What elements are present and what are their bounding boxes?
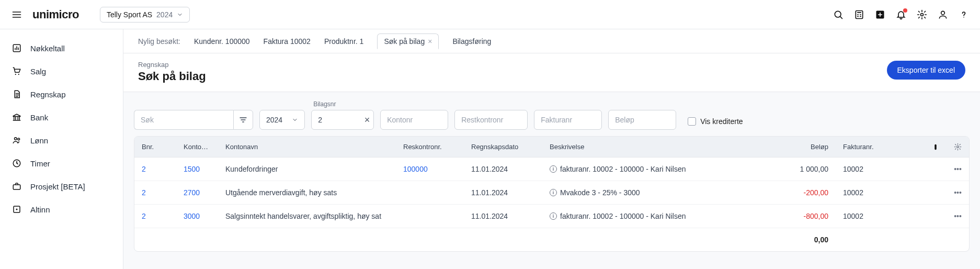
user-icon	[938, 9, 948, 20]
filter-icon	[239, 116, 247, 124]
regnskapsdato-cell: 11.01.2024	[464, 158, 542, 181]
calculator-button[interactable]	[853, 9, 865, 20]
bnr-link[interactable]: 2	[142, 212, 146, 220]
col-attachment[interactable]	[925, 137, 947, 158]
col-kontonavn[interactable]: Kontonavn	[218, 137, 396, 158]
restkontronr-input[interactable]	[454, 110, 528, 130]
fakturanr-cell: 10002	[836, 181, 925, 205]
tab-produktnr[interactable]: Produktnr. 1	[324, 34, 364, 49]
konto-link[interactable]: 2700	[184, 188, 200, 197]
sidebar-item-lonn[interactable]: Lønn	[0, 129, 123, 152]
col-konto[interactable]: Konto…	[176, 137, 218, 158]
svg-point-0	[835, 11, 841, 17]
search-icon	[833, 9, 844, 20]
tab-sok-pa-bilag[interactable]: Søk på bilag ×	[377, 33, 439, 49]
bnr-link[interactable]: 2	[142, 188, 146, 197]
brand-logo: unimicro	[32, 8, 79, 21]
sidebar-item-label: Prosjekt [BETA]	[30, 182, 85, 191]
filters-row: 2024 Bilagsnr ×	[134, 100, 970, 130]
konto-link[interactable]: 1500	[184, 165, 200, 173]
row-actions-button[interactable]: •••	[954, 212, 962, 220]
tab-kundenr[interactable]: Kundenr. 100000	[194, 34, 250, 49]
help-button[interactable]	[958, 9, 970, 20]
breadcrumb: Regnskap	[138, 61, 206, 69]
beskrivelse-cell: fakturanr. 10002 - 100000 - Kari Nilsen	[542, 158, 768, 181]
col-fakturanr[interactable]: Fakturanr.	[836, 137, 925, 158]
topbar: unimicro Telly Sport AS 2024	[0, 0, 980, 29]
row-actions-button[interactable]: •••	[954, 188, 962, 197]
col-belop[interactable]: Beløp	[768, 137, 836, 158]
cart-icon	[12, 66, 22, 76]
col-settings[interactable]	[947, 137, 969, 158]
col-regnskapsdato[interactable]: Regnskapsdato	[464, 137, 542, 158]
sidebar-item-bank[interactable]: Bank	[0, 106, 123, 129]
tab-faktura[interactable]: Faktura 10002	[264, 34, 311, 49]
recent-tabs-label: Nylig besøkt:	[138, 37, 180, 46]
col-beskrivelse[interactable]: Beskrivelse	[542, 137, 768, 158]
table-row: 21500Kundefordringer10000011.01.2024fakt…	[134, 158, 969, 181]
chevron-down-icon	[292, 117, 298, 123]
recent-tabs-row: Nylig besøkt: Kundenr. 100000 Faktura 10…	[123, 29, 980, 53]
kontonavn-cell: Utgående merverdiavgift, høy sats	[218, 181, 396, 205]
info-icon	[550, 165, 557, 173]
menu-button[interactable]	[10, 8, 23, 21]
svg-point-9	[18, 138, 20, 140]
search-input[interactable]	[134, 110, 233, 130]
col-bnr[interactable]: Bnr.	[134, 137, 176, 158]
company-name: Telly Sport AS	[107, 10, 152, 19]
regnskapsdato-cell: 11.01.2024	[464, 181, 542, 205]
info-icon	[550, 212, 557, 220]
svg-rect-11	[13, 185, 20, 189]
sidebar: Nøkkeltall Salg Regnskap Bank Lønn Timer…	[0, 29, 123, 269]
svg-rect-14	[935, 144, 937, 150]
col-reskontronr[interactable]: Reskontronr.	[396, 137, 464, 158]
svg-point-6	[15, 74, 16, 75]
briefcase-icon	[12, 181, 22, 192]
sidebar-item-label: Nøkkeltall	[30, 44, 65, 53]
profile-button[interactable]	[937, 9, 949, 20]
sidebar-item-regnskap[interactable]: Regnskap	[0, 83, 123, 106]
bilagsnr-label: Bilagsnr	[311, 100, 374, 108]
regnskapsdato-cell: 11.01.2024	[464, 205, 542, 228]
vis-krediterte-checkbox[interactable]	[688, 117, 696, 126]
filter-toggle-button[interactable]	[233, 110, 253, 130]
tab-bilagsforing[interactable]: Bilagsføring	[452, 34, 491, 49]
reskontronr-link[interactable]: 100000	[403, 165, 428, 173]
altinn-icon	[12, 204, 22, 215]
fakturanr-input[interactable]	[534, 110, 602, 130]
konto-link[interactable]: 3000	[184, 212, 200, 220]
beskrivelse-cell: Mvakode 3 - 25% - 3000	[542, 181, 768, 205]
fakturanr-cell: 10002	[836, 205, 925, 228]
company-selector[interactable]: Telly Sport AS 2024	[100, 7, 190, 23]
sidebar-item-prosjekt[interactable]: Prosjekt [BETA]	[0, 175, 123, 198]
sidebar-item-altinn[interactable]: Altinn	[0, 198, 123, 221]
fakturanr-cell: 10002	[836, 158, 925, 181]
add-button[interactable]	[874, 9, 886, 20]
tab-close-button[interactable]: ×	[428, 37, 432, 46]
notification-dot	[903, 8, 907, 13]
row-actions-button[interactable]: •••	[954, 165, 962, 173]
notifications-button[interactable]	[895, 9, 907, 20]
svg-point-8	[15, 138, 17, 140]
year-select[interactable]: 2024	[259, 110, 305, 130]
company-year: 2024	[156, 10, 173, 19]
bilagsnr-clear-button[interactable]: ×	[364, 115, 370, 126]
belop-input[interactable]	[608, 110, 676, 130]
vis-krediterte-label: Vis krediterte	[700, 117, 743, 126]
kontonr-input[interactable]	[380, 110, 448, 130]
svg-point-7	[18, 74, 19, 75]
search-button[interactable]	[833, 9, 844, 20]
export-excel-button[interactable]: Eksporter til excel	[887, 61, 965, 80]
sidebar-item-timer[interactable]: Timer	[0, 152, 123, 175]
svg-point-15	[957, 146, 959, 148]
results-table: Bnr. Konto… Kontonavn Reskontronr. Regns…	[134, 136, 970, 252]
sidebar-item-label: Timer	[30, 159, 50, 168]
chevron-down-icon	[177, 12, 183, 18]
sidebar-item-label: Bank	[30, 113, 48, 122]
sidebar-item-label: Salg	[30, 67, 46, 76]
sidebar-item-nokkeltall[interactable]: Nøkkeltall	[0, 37, 123, 60]
settings-button[interactable]	[916, 9, 928, 20]
table-row: 22700Utgående merverdiavgift, høy sats11…	[134, 181, 969, 205]
sidebar-item-salg[interactable]: Salg	[0, 60, 123, 83]
bnr-link[interactable]: 2	[142, 165, 146, 173]
